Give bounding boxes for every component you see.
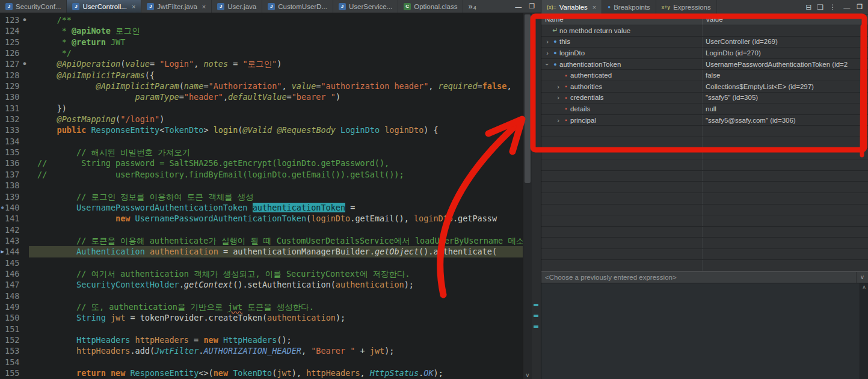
fold-column (20, 158, 29, 168)
editor-vertical-scrollbar[interactable]: ∨ (523, 13, 532, 379)
breakpoint-column[interactable] (0, 345, 5, 356)
tab-close-icon[interactable]: × (132, 3, 135, 10)
dropdown-chevron-icon[interactable]: ∨ (856, 272, 868, 283)
occurrence-marker[interactable] (534, 325, 538, 328)
table-row-authenticated[interactable]: ▪authenticatedfalse (541, 70, 868, 81)
breakpoint-column[interactable] (0, 324, 5, 334)
code-line-142: 142 (0, 224, 523, 235)
breakpoint-column[interactable] (0, 103, 5, 114)
fold-column (20, 246, 29, 257)
breakpoint-column[interactable] (0, 91, 5, 102)
open-view-icon[interactable]: ❏ (817, 3, 823, 11)
tab-close-icon[interactable]: × (202, 3, 206, 10)
breakpoint-column[interactable] (0, 312, 5, 323)
editor-tab-label: User.java (227, 3, 256, 10)
column-header-value[interactable]: Value (703, 14, 868, 25)
variable-name-cell: ↵no method return value (541, 25, 703, 36)
variable-value (703, 205, 868, 215)
breakpoint-column[interactable] (0, 136, 5, 147)
breakpoint-column[interactable] (0, 14, 5, 25)
breakpoint-icon[interactable]: ● (0, 202, 5, 213)
expander-collapsed-icon[interactable]: › (555, 117, 562, 124)
breakpoint-column[interactable] (0, 125, 5, 135)
breakpoint-column[interactable] (0, 224, 5, 235)
breakpoint-column[interactable] (0, 279, 5, 290)
expander-collapsed-icon[interactable]: › (544, 38, 551, 45)
collapse-all-icon[interactable]: ⊟ (805, 3, 811, 11)
tab-close-icon[interactable]: × (593, 4, 596, 11)
editor-tab-optional-class[interactable]: COptional.class (398, 0, 463, 13)
variables-table: Name Value ↵no method return value›●this… (541, 14, 868, 271)
breakpoint-column[interactable] (0, 114, 5, 125)
occurrence-marker[interactable] (534, 304, 538, 306)
breakpoint-column[interactable] (0, 213, 5, 224)
table-row-details[interactable]: ▪detailsnull (541, 103, 868, 115)
code-line-text: // 로그인 정보를 이용하여 토큰 객체를 생성 (29, 191, 523, 202)
breakpoint-column[interactable] (0, 368, 5, 378)
breakpoint-column[interactable] (0, 70, 5, 81)
breakpoint-column[interactable] (0, 235, 5, 246)
table-row-logindto[interactable]: ›●loginDtoLoginDto (id=270) (541, 48, 868, 59)
breakpoint-column[interactable] (0, 291, 5, 301)
expander-collapsed-icon[interactable]: › (555, 83, 562, 90)
variable-name-cell (541, 159, 703, 170)
editor-tab-securityconf[interactable]: JSecurityConf... (0, 0, 67, 13)
breakpoint-column[interactable] (0, 191, 5, 202)
breakpoint-column[interactable] (0, 37, 5, 48)
expander-collapsed-icon[interactable]: › (555, 94, 562, 101)
breakpoint-column[interactable] (0, 180, 5, 191)
minimize-icon[interactable]: — (843, 4, 850, 11)
breakpoint-column[interactable] (0, 147, 5, 158)
column-header-name[interactable]: Name (541, 14, 703, 25)
scroll-up-arrow-icon[interactable]: ∧ (860, 284, 868, 290)
breakpoint-column[interactable] (0, 25, 5, 36)
debug-tabbar-tabs: (x)=Variables×●Breakpointsx+yExpressions (541, 0, 717, 14)
code-line-135: 135 // 해시된 비밀번호 가져오기 (0, 147, 523, 158)
tab-expressions[interactable]: x+yExpressions (656, 0, 717, 14)
table-row-this[interactable]: ›●thisUserController (id=269) (541, 37, 868, 48)
tab-breakpoints[interactable]: ●Breakpoints (602, 0, 656, 14)
scrollbar-thumb[interactable] (525, 14, 531, 183)
view-menu-icon[interactable]: ⋮ (829, 3, 836, 11)
table-row-authorities[interactable]: ›▪authoritiesCollections$EmptyList<E> (i… (541, 81, 868, 93)
editor-tab-usercontroll[interactable]: JUserControll...× (67, 0, 141, 13)
code-editor[interactable]: 123● /**124 * @apiNote 로그인125 * @return … (0, 13, 541, 379)
editor-tab-jwtfilter-java[interactable]: JJwtFilter.java× (141, 0, 212, 13)
expander-expanded-icon[interactable]: › (544, 61, 551, 68)
table-row-authenticationtoken[interactable]: ›●authenticationTokenUsernamePasswordAut… (541, 59, 868, 70)
breakpoint-column[interactable] (0, 169, 5, 180)
expander-collapsed-icon[interactable]: › (544, 49, 551, 57)
restore-icon[interactable]: ❐ (857, 3, 863, 11)
minimize-icon[interactable]: — (515, 3, 522, 10)
restore-icon[interactable]: ❐ (529, 2, 535, 10)
tab-variables[interactable]: (x)=Variables× (541, 0, 602, 14)
scroll-down-arrow-icon[interactable]: ∨ (523, 372, 532, 378)
table-row-credentials[interactable]: ›▪credentials"ssafy5" (id=305) (541, 93, 868, 104)
editor-tab-userservice[interactable]: JUserService... (333, 0, 398, 13)
fold-column (20, 37, 29, 48)
occurrence-marker[interactable] (534, 315, 538, 317)
instruction-pointer-icon[interactable]: ▶ (0, 246, 5, 257)
table-row-principal[interactable]: ›▪principal"ssafy5@ssafy.com" (id=306) (541, 115, 868, 126)
breakpoint-column[interactable] (0, 81, 5, 91)
tab-overflow-indicator[interactable]: » 4 (463, 0, 481, 13)
breakpoint-column[interactable] (0, 301, 5, 312)
editor-tab-customuserd[interactable]: JCustomUserD... (262, 0, 333, 13)
breakpoint-column[interactable] (0, 268, 5, 279)
breakpoint-column[interactable] (0, 257, 5, 268)
line-number: 155 (5, 368, 20, 378)
breakpoint-column[interactable] (0, 334, 5, 345)
breakpoint-column[interactable] (0, 48, 5, 58)
variable-value (703, 126, 868, 137)
detail-scrollbar[interactable]: ∧ (860, 283, 868, 379)
breakpoint-column[interactable] (0, 158, 5, 168)
code-line-140: ●140 UsernamePasswordAuthenticationToken… (0, 202, 523, 213)
breakpoint-column[interactable] (0, 357, 5, 368)
table-row-no-method-return-value[interactable]: ↵no method return value (541, 25, 868, 37)
detail-pane[interactable]: ∧ (541, 283, 868, 379)
breakpoint-column[interactable] (0, 58, 5, 69)
code-line-126: 126 */ (0, 48, 523, 58)
expression-combo[interactable]: <Choose a previously entered expression>… (541, 271, 868, 283)
table-row-empty (541, 260, 868, 271)
editor-tab-user-java[interactable]: JUser.java (212, 0, 262, 13)
